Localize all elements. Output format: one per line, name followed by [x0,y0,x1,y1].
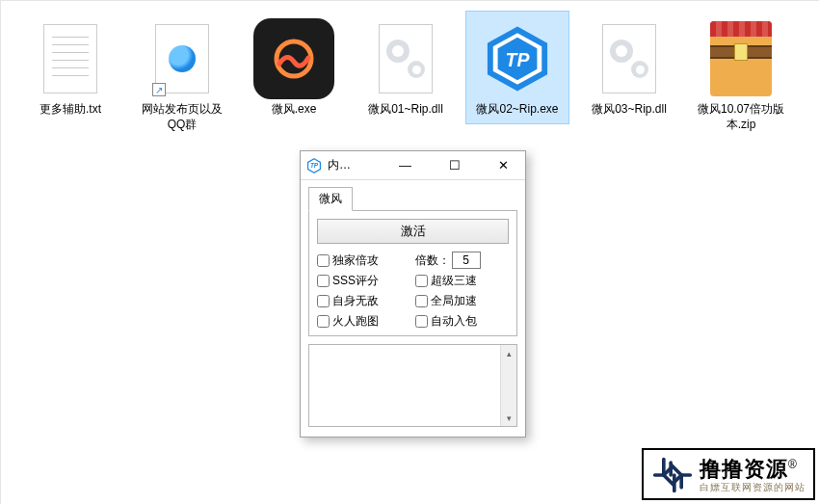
checkbox-super-triple-speed[interactable]: 超级三速 [415,273,510,289]
file-icon-box [248,17,340,100]
multiplier-field: 倍数： [415,252,510,269]
zip-archive-icon [710,21,772,96]
tab-panel: 激活 独家倍攻 倍数： SSS评分 超级三速 自身无敌 [308,210,517,336]
dll-file-icon [602,24,656,93]
checkbox-self-invincible[interactable]: 自身无敌 [317,293,411,309]
internet-shortcut-icon: ↗ [155,24,209,93]
checkbox-label: 全局加速 [431,293,477,309]
svg-text:TP: TP [506,49,530,70]
close-button[interactable]: ✕ [482,152,525,179]
tab-strip: 微风 [301,180,525,210]
file-item[interactable]: 微风.exe [242,11,346,124]
checkbox-input[interactable] [415,295,428,307]
checkbox-input[interactable] [317,315,330,328]
registered-icon: ® [788,458,797,471]
file-item[interactable]: 微风10.07倍功版本.zip [689,11,793,139]
file-icon-box [24,17,117,100]
file-label: 微风10.07倍功版本.zip [692,102,790,132]
shortcut-overlay-icon: ↗ [152,83,166,96]
titlebar[interactable]: TP 内… — ☐ ✕ [301,151,525,180]
scroll-up-icon[interactable]: ▴ [501,345,516,361]
checkbox-label: 火人跑图 [332,313,379,330]
maximize-button[interactable]: ☐ [433,152,476,179]
tab-weifeng[interactable]: 微风 [308,187,353,211]
activate-button[interactable]: 激活 [317,219,509,244]
checkbox-input[interactable] [415,315,428,328]
file-label: 更多辅助.txt [40,102,101,118]
app-dialog: TP 内… — ☐ ✕ 微风 激活 独家倍攻 倍数： SSS评分 [300,150,526,438]
checkbox-label: 独家倍攻 [332,252,379,269]
checkbox-sss-rating[interactable]: SSS评分 [317,273,411,289]
file-icon-box: TP [471,17,564,100]
tp-exe-icon: TP [483,24,552,93]
multiplier-input[interactable] [452,252,481,269]
checkbox-auto-pickup[interactable]: 自动入包 [415,313,510,330]
checkbox-label: 超级三速 [431,273,477,289]
file-icon-box [695,17,787,100]
file-icon-box [583,17,675,100]
dll-file-icon [379,24,433,93]
watermark-badge: 撸撸资源® 白嫖互联网资源的网站 [642,448,815,500]
watermark-subtitle: 白嫖互联网资源的网站 [700,482,806,492]
checkbox-label: 自动入包 [431,313,477,330]
file-item[interactable]: 更多辅助.txt [18,11,122,124]
text-file-icon [43,24,97,93]
file-item[interactable]: 微风01~Rip.dll [354,11,458,124]
file-icon-box: ↗ [136,17,228,100]
checkbox-global-speedup[interactable]: 全局加速 [415,293,510,309]
checkbox-label: 自身无敌 [332,293,379,309]
watermark-logo-icon [651,454,694,496]
checkbox-input[interactable] [415,275,428,287]
log-textarea[interactable]: ▴ ▾ [308,344,517,427]
multiplier-label: 倍数： [415,252,450,269]
minimize-button[interactable]: — [383,152,427,179]
file-label: 微风01~Rip.dll [368,102,443,118]
file-icon-box [359,17,452,100]
checkbox-label: SSS评分 [332,273,379,289]
scroll-down-icon[interactable]: ▾ [501,410,516,426]
file-label: 微风.exe [272,102,317,118]
scrollbar[interactable]: ▴ ▾ [500,345,516,426]
svg-text:TP: TP [310,162,319,169]
watermark-title: 撸撸资源 [700,457,788,481]
checkbox-input[interactable] [317,295,330,307]
file-item[interactable]: TP微风02~Rip.exe [465,11,569,124]
file-grid: 更多辅助.txt↗网站发布页以及QQ群微风.exe微风01~Rip.dllTP微… [1,1,819,148]
weifeng-app-icon [253,18,334,99]
checkbox-input[interactable] [317,275,330,287]
file-item[interactable]: 微风03~Rip.dll [577,11,681,124]
window-title: 内… [328,157,351,173]
file-label: 网站发布页以及QQ群 [133,102,231,132]
app-icon: TP [306,158,322,173]
checkbox-exclusive-multi-attack[interactable]: 独家倍攻 [317,252,411,269]
checkbox-input[interactable] [317,254,330,267]
file-label: 微风03~Rip.dll [592,102,667,118]
file-label: 微风02~Rip.exe [476,102,558,118]
file-item[interactable]: ↗网站发布页以及QQ群 [130,11,234,139]
checkbox-fireman-run[interactable]: 火人跑图 [317,313,411,330]
options-grid: 独家倍攻 倍数： SSS评分 超级三速 自身无敌 全局加速 [317,252,509,330]
